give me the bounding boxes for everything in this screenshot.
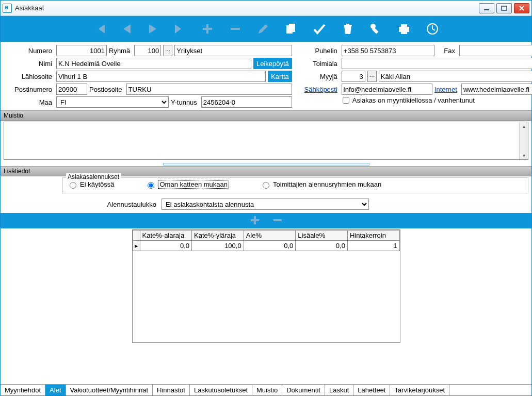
grid-add-button[interactable]: [250, 215, 260, 227]
next-button[interactable]: [147, 22, 158, 36]
col-lisaale[interactable]: Lisäale%: [296, 230, 348, 241]
svg-rect-9: [401, 31, 407, 34]
internet-input[interactable]: [461, 84, 532, 95]
form-area: Numero Ryhmä ⋯ Nimi Leikepöytä Lähiosoit…: [1, 42, 531, 110]
alennustaulukko-label: Alennustaulukko: [62, 201, 158, 208]
radio-toimittajien[interactable]: Toimittajien alennusryhmien mukaan: [260, 180, 381, 189]
tab-hinnastot[interactable]: Hinnastot: [153, 385, 190, 395]
tab-lahetteet[interactable]: Lähetteet: [353, 385, 390, 395]
globe-button[interactable]: [426, 22, 439, 36]
toimiala-input[interactable]: [342, 58, 532, 69]
numero-input[interactable]: [56, 45, 107, 56]
svg-rect-0: [484, 9, 489, 10]
maa-select[interactable]: FI: [56, 96, 169, 108]
myyja-input[interactable]: [342, 71, 365, 82]
minimize-icon: [483, 6, 490, 11]
tab-alet[interactable]: Alet: [45, 385, 66, 395]
main-toolbar: [1, 16, 531, 42]
col-hintakerroin[interactable]: Hintakerroin: [347, 230, 399, 241]
col-ale[interactable]: Ale%: [244, 230, 296, 241]
splitter[interactable]: [1, 162, 531, 166]
nimi-input[interactable]: [56, 58, 251, 69]
maa-label: Maa: [5, 98, 54, 106]
puhelin-input[interactable]: [342, 45, 434, 56]
remove-button[interactable]: [229, 22, 242, 36]
ryhma-input[interactable]: [134, 45, 161, 56]
puhelin-label: Puhelin: [298, 47, 340, 55]
radio-ei[interactable]: Ei käytössä: [67, 180, 114, 189]
cell[interactable]: 0,0: [244, 241, 296, 251]
ryhma-lookup-button[interactable]: ⋯: [163, 45, 172, 56]
myyntikielto-checkbox[interactable]: Asiakas on myyntikiellossa / vanhentunut: [343, 96, 475, 104]
plus-icon: [201, 22, 214, 36]
plus-icon: [250, 215, 260, 225]
tab-myyntiehdot[interactable]: Myyntiehdot: [1, 385, 45, 395]
col-kate-alaraja[interactable]: Kate%-alaraja: [140, 230, 192, 241]
myyntikielto-input[interactable]: [343, 97, 349, 104]
postinumero-label: Postinumero: [5, 86, 54, 93]
lahiosoite-input[interactable]: [56, 71, 266, 82]
ytunnus-label: Y-tunnus: [171, 98, 199, 106]
asiakasalennukset-fieldset: Asiakasalennukset Ei käytössä Oman katte…: [62, 177, 528, 193]
sahkoposti-input[interactable]: [342, 84, 432, 95]
asiakasalennukset-legend: Asiakasalennukset: [66, 173, 121, 180]
postiosoite-input[interactable]: [126, 84, 292, 95]
tab-tarviketarjoukset[interactable]: Tarviketarjoukset: [390, 385, 449, 395]
kartta-button[interactable]: Kartta: [268, 71, 292, 82]
tab-dokumentit[interactable]: Dokumentit: [282, 385, 325, 395]
printer-icon: [397, 22, 411, 36]
maximize-icon: [501, 6, 507, 11]
last-button[interactable]: [173, 22, 186, 36]
table-row[interactable]: ▸ 0,0 100,0 0,0 0,0 1: [133, 241, 399, 251]
nimi-label: Nimi: [5, 60, 54, 68]
first-button[interactable]: [93, 22, 107, 36]
myyntikielto-label: Asiakas on myyntikiellossa / vanhentunut: [352, 96, 475, 104]
myyja-desc: [379, 71, 532, 82]
tab-laskut[interactable]: Laskut: [325, 385, 353, 395]
scroll-up-icon: ▴: [523, 123, 525, 129]
cell[interactable]: 0,0: [296, 241, 348, 251]
radio-oman[interactable]: Oman katteen mukaan: [145, 180, 229, 189]
postinumero-input[interactable]: [56, 84, 87, 95]
search-button[interactable]: [369, 22, 382, 36]
cell[interactable]: 1: [347, 241, 399, 251]
tab-muistio[interactable]: Muistio: [252, 385, 282, 395]
discount-grid[interactable]: Kate%-alaraja Kate%-yläraja Ale% Lisäale…: [133, 230, 400, 251]
leikepoyta-button[interactable]: Leikepöytä: [253, 58, 292, 69]
myyja-lookup-button[interactable]: ⋯: [367, 71, 377, 82]
copy-button[interactable]: [284, 22, 298, 36]
muistio-scrollbar[interactable]: ▴ ▾: [519, 122, 528, 159]
confirm-button[interactable]: [312, 22, 327, 36]
alennustaulukko-select[interactable]: Ei asiakaskohtaista alennusta: [162, 199, 369, 210]
print-button[interactable]: [397, 22, 411, 36]
left-column: Numero Ryhmä ⋯ Nimi Leikepöytä Lähiosoit…: [5, 45, 292, 109]
svg-rect-8: [401, 24, 407, 27]
minimize-button[interactable]: [479, 3, 494, 13]
tab-laskutusoletukset[interactable]: Laskutusoletukset: [190, 385, 252, 395]
maximize-button[interactable]: [496, 3, 512, 13]
row-indicator: ▸: [133, 241, 140, 251]
sahkoposti-label[interactable]: Sähköposti: [298, 86, 340, 93]
fax-label: Fax: [437, 47, 457, 55]
right-column: Puhelin Fax Toimiala Myyjä ⋯ Sähköposti …: [298, 45, 532, 109]
close-button[interactable]: [514, 3, 529, 13]
tab-vakiotuotteet[interactable]: Vakiotuotteet/Myyntihinnat: [66, 385, 153, 395]
prev-button[interactable]: [121, 22, 133, 36]
ytunnus-input[interactable]: [201, 96, 292, 108]
internet-label[interactable]: Internet: [434, 86, 459, 93]
muistio-textarea[interactable]: ▴ ▾: [4, 122, 528, 160]
add-button[interactable]: [201, 22, 214, 36]
fax-input[interactable]: [459, 45, 532, 56]
last-icon: [173, 22, 186, 36]
col-kate-ylaraja[interactable]: Kate%-yläraja: [192, 230, 244, 241]
edit-button[interactable]: [256, 22, 270, 36]
grid-remove-button[interactable]: [272, 215, 283, 227]
toimiala-label: Toimiala: [298, 60, 340, 68]
cell[interactable]: 0,0: [140, 241, 192, 251]
cell[interactable]: 100,0: [192, 241, 244, 251]
grid-container: Kate%-alaraja Kate%-yläraja Ale% Lisäale…: [4, 229, 528, 382]
delete-button[interactable]: [341, 22, 354, 36]
scroll-down-icon: ▾: [523, 153, 525, 158]
discount-radio-group: Ei käytössä Oman katteen mukaan Toimitta…: [67, 180, 524, 189]
numero-label: Numero: [5, 47, 54, 55]
